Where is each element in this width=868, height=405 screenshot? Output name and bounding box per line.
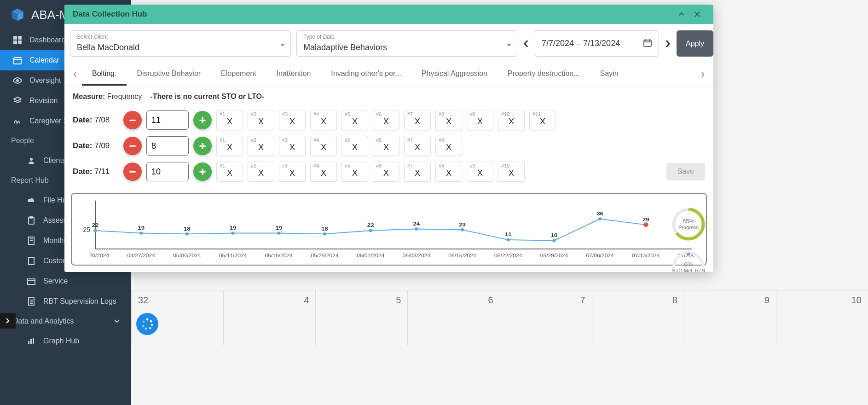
tab-elopement[interactable]: Elopement [211,63,266,86]
tabs-next-button[interactable] [696,65,710,84]
svg-point-66 [643,223,648,227]
svg-text:04/27/2024: 04/27/2024 [127,253,155,258]
sto-gauge: 0%STO Met: 0 / 9 [671,250,706,272]
svg-point-58 [461,228,464,231]
occurrence-box[interactable]: #7X [404,162,431,182]
svg-text:29: 29 [642,216,649,222]
occurrence-box[interactable]: #5X [341,162,368,182]
svg-point-9 [17,80,18,81]
occurrence-box[interactable]: #4X [310,110,337,130]
tab-bolting-[interactable]: Bolting. [82,63,127,86]
occurrence-box[interactable]: #2X [248,162,274,182]
apply-button[interactable]: Apply [677,30,713,57]
count-input[interactable] [146,136,189,156]
svg-point-54 [369,229,372,232]
service-icon [27,277,36,286]
calendar-cell[interactable]: 9 [684,290,776,345]
occurrence-box[interactable]: #8X [435,162,462,182]
svg-rect-4 [18,36,22,40]
svg-point-50 [277,231,281,235]
occurrence-box[interactable]: #5X [341,136,368,156]
doc-icon [27,256,36,266]
calendar-icon [13,56,22,65]
occurrence-box[interactable]: #10X [498,110,525,130]
occurrence-box[interactable]: #8X [435,110,462,130]
dashboard-icon [13,35,22,45]
svg-rect-5 [13,40,17,44]
type-select-label: Type of Data [303,34,510,40]
occurrence-box[interactable]: #9X [467,162,493,182]
decrement-button[interactable]: − [123,111,142,129]
nav-label: Data and Analytics [13,317,74,325]
occurrence-box[interactable]: #6X [373,110,399,130]
tab-disruptive-behavior[interactable]: Disruptive Behavior [127,63,211,86]
occurrence-box[interactable]: #4X [310,162,337,182]
nav-label: Oversight [29,76,61,85]
svg-text:19: 19 [230,225,237,231]
occurrence-box[interactable]: #2X [248,136,274,156]
occurrence-box[interactable]: #1X [216,136,243,156]
nav-rbt[interactable]: RBT Supervision Logs [0,291,131,312]
svg-text:19: 19 [275,225,282,231]
tab-property-destruction-[interactable]: Property destruction... [498,63,590,86]
increment-button[interactable]: + [193,137,212,155]
occurrence-box[interactable]: #8X [435,136,462,156]
occurrence-box[interactable]: #4X [310,136,337,156]
occurrence-box[interactable]: #3X [279,136,306,156]
occurrence-box[interactable]: #6X [373,162,399,182]
nav-label: Dashboard [29,36,65,44]
calendar-cell[interactable]: 10 [776,290,868,345]
modal-title: Data Collection Hub [73,10,147,19]
occurrence-box[interactable]: #11X [529,110,556,130]
calendar-cell[interactable]: 4 [223,290,315,345]
calendar-cell[interactable]: 6 [407,290,499,345]
occurrence-box[interactable]: #2X [248,110,274,130]
prev-week-button[interactable] [523,30,529,57]
count-input[interactable] [146,162,189,181]
increment-button[interactable]: + [193,111,212,129]
occurrence-box[interactable]: #7X [404,136,431,156]
tabs-prev-button[interactable] [68,65,82,84]
eye-icon [13,76,22,85]
svg-point-28 [150,320,152,323]
occurrence-box[interactable]: #1X [216,162,243,182]
svg-text:07/13/2024: 07/13/2024 [632,253,660,258]
occurrence-box[interactable]: #5X [341,110,368,130]
occurrence-box[interactable]: #7X [404,110,431,130]
svg-point-48 [231,231,235,235]
tab-invading-other-s-per-[interactable]: Invading other's per... [321,63,411,86]
type-select[interactable]: Type of Data Maladaptive Behaviors [296,30,517,57]
calendar-cell[interactable]: 7 [500,290,592,345]
svg-point-42 [93,229,97,232]
svg-point-64 [598,217,602,220]
close-button[interactable] [689,6,705,22]
tab-inattention[interactable]: Inattention [266,63,321,86]
logo-cube-icon [9,7,26,23]
calendar-cell[interactable]: 5 [315,290,407,345]
client-select[interactable]: Select Client Bella MacDonald [70,30,291,57]
minimize-button[interactable] [674,6,689,22]
sidebar-expand-button[interactable] [0,313,16,329]
occurrence-box[interactable]: #3X [279,110,306,130]
occurrence-box[interactable]: #1X [216,110,243,130]
date-label: Date: 7/09 [73,141,119,150]
calendar-cell[interactable]: 8 [592,290,684,345]
date-range-picker[interactable]: 7/7/2024 – 7/13/2024 [535,30,659,57]
occurrence-box[interactable]: #3X [279,162,306,182]
nav-graphhub[interactable]: Graph Hub [0,331,131,351]
tab-physical-aggression[interactable]: Physical Aggression [411,63,498,86]
decrement-button[interactable]: − [123,137,142,155]
occurrence-box[interactable]: #9X [467,110,493,130]
occurrence-box[interactable]: #10X [498,162,525,182]
increment-button[interactable]: + [193,162,212,181]
occurrence-box[interactable]: #6X [373,136,399,156]
save-button[interactable]: Save [666,163,705,180]
nav-data-analytics[interactable]: Data and Analytics [0,312,131,331]
tab-sayin[interactable]: Sayin [590,63,629,86]
decrement-button[interactable]: − [123,162,142,181]
count-input[interactable] [146,110,189,130]
svg-text:24: 24 [413,221,420,227]
svg-text:22: 22 [92,222,99,228]
next-week-button[interactable] [665,30,671,57]
nav-service[interactable]: Service [0,271,131,291]
